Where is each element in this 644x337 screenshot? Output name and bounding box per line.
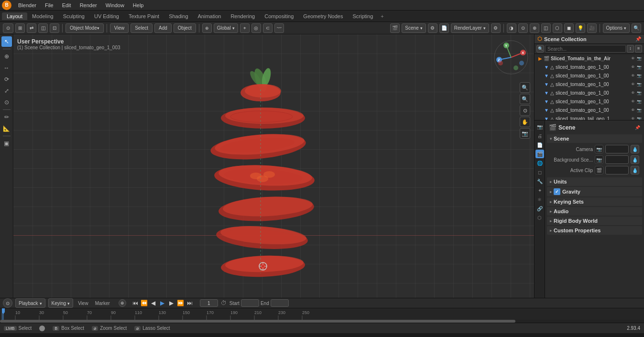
camera-eyedropper[interactable]: 💧	[631, 145, 639, 153]
timeline-ruler-area[interactable]: 10 30 50 70 90 110 130 150 170 190	[0, 308, 644, 320]
item-render-5[interactable]: 📷	[636, 108, 642, 112]
tool-measure[interactable]: 📐	[1, 123, 12, 134]
menu-item-render[interactable]: Render	[76, 1, 101, 9]
options-dropdown[interactable]: Options	[603, 23, 630, 33]
item-vis-0[interactable]: 👁	[631, 65, 635, 69]
zoom-in-btn[interactable]: 🔍	[520, 82, 530, 93]
outliner-scene-root[interactable]: ▶ 🎬 Sliced_Tomato_in_the_Air 👁 📷	[535, 54, 644, 63]
orbit-btn[interactable]: ⊙	[520, 105, 530, 116]
toolbar-icon-pivot[interactable]: ⊙	[3, 23, 13, 33]
viewport-mode-2[interactable]: ◼	[564, 23, 574, 33]
viewport-mode-4[interactable]: 🎥	[587, 23, 597, 33]
item-vis-3[interactable]: 👁	[631, 91, 635, 95]
scene-settings-icon[interactable]: ⚙	[428, 23, 437, 33]
item-render-4[interactable]: 📷	[636, 99, 642, 104]
props-tab-scene[interactable]: 🎬	[535, 150, 544, 158]
tab-layout[interactable]: Layout	[2, 12, 27, 20]
play-btn[interactable]: ▶	[158, 299, 167, 307]
props-section-custom-header[interactable]: Custom Properties	[547, 226, 642, 235]
select-menu[interactable]: Select	[131, 23, 153, 33]
tool-add-cube[interactable]: ▣	[1, 138, 12, 149]
item-vis-5[interactable]: 👁	[631, 108, 635, 112]
props-section-rigid-body-header[interactable]: Rigid Body World	[547, 217, 642, 225]
item-vis-7[interactable]: 👁	[631, 117, 635, 121]
item-render-2[interactable]: 📷	[636, 82, 642, 87]
outliner-pin-icon[interactable]: 📌	[635, 36, 641, 42]
props-section-units-header[interactable]: Units	[547, 177, 642, 186]
props-section-keying-header[interactable]: Keying Sets	[547, 197, 642, 206]
scene-browse-icon[interactable]: 🎬	[390, 23, 400, 33]
timeline-view-btn[interactable]: View	[76, 300, 90, 306]
viewport-mode-1[interactable]: ⬡	[553, 23, 562, 33]
outliner-filter-search[interactable]: 🔍	[536, 45, 544, 53]
object-menu[interactable]: Object	[174, 23, 196, 33]
tab-scripting[interactable]: Scripting	[348, 12, 378, 20]
view-menu[interactable]: View	[110, 23, 129, 33]
item-render-7[interactable]: 📷	[636, 117, 642, 121]
camera-browse-btn[interactable]: 📷	[595, 145, 603, 153]
camera-btn[interactable]: 📷	[520, 128, 530, 139]
jump-start-btn[interactable]: ⏮	[131, 299, 140, 307]
prev-frame-btn[interactable]: ◀	[149, 299, 158, 307]
tab-sculpting[interactable]: Sculpting	[58, 12, 89, 20]
props-section-scene-header[interactable]: Scene	[547, 134, 642, 143]
search-btn[interactable]: 🔍	[632, 23, 641, 33]
tool-transform[interactable]: ⊙	[1, 97, 12, 108]
outliner-item-1[interactable]: ▼ △ sliced_tomato_geo_1_00 👁 📷	[535, 71, 644, 80]
outliner-item-4[interactable]: ▼ △ sliced_tomato_geo_1_00 👁 📷	[535, 97, 644, 106]
sync-btn[interactable]: ⊕	[119, 299, 126, 307]
viewport-shading-btn[interactable]: ◑	[507, 23, 516, 33]
tool-select[interactable]: ↖	[1, 36, 12, 47]
outliner-item-5[interactable]: ▼ △ sliced_tomato_geo_1_00 👁 📷	[535, 106, 644, 114]
tool-rotate[interactable]: ⟳	[1, 74, 12, 85]
scene-render-btn[interactable]: 📷	[636, 56, 642, 61]
item-vis-2[interactable]: 👁	[631, 82, 635, 87]
outliner-item-0[interactable]: ▼ △ sliced_tomato_geo_1_00 👁 📷	[535, 63, 644, 71]
item-render-0[interactable]: 📷	[636, 65, 642, 69]
scene-dropdown[interactable]: Scene	[402, 23, 426, 33]
tab-shading[interactable]: Shading	[164, 12, 193, 20]
end-frame-input[interactable]: 250	[271, 299, 289, 307]
timeline-scrollbar[interactable]	[0, 320, 644, 323]
props-section-gravity-header[interactable]: ✓ Gravity	[547, 187, 642, 196]
menu-item-blender[interactable]: Blender	[14, 1, 40, 9]
render-layer-dropdown[interactable]: RenderLayer	[451, 23, 489, 33]
outliner-item-7[interactable]: ▼ △ sliced_tomato_tail_geo_1 👁 📷	[535, 114, 644, 120]
camera-value[interactable]	[605, 145, 629, 153]
render-layer-settings-icon[interactable]: ⚙	[491, 23, 501, 33]
proportional-icon[interactable]: ◎	[251, 23, 261, 33]
item-vis-1[interactable]: 👁	[631, 74, 635, 78]
tab-geometry-nodes[interactable]: Geometry Nodes	[298, 12, 348, 20]
tool-annotate[interactable]: ✏	[1, 112, 12, 122]
props-tab-render[interactable]: 📷	[535, 122, 544, 131]
viewport-mode-3[interactable]: 💡	[576, 23, 585, 33]
item-render-1[interactable]: 📷	[636, 74, 642, 78]
timeline-clock-icon[interactable]: ⏱	[221, 300, 227, 306]
props-tab-physics[interactable]: ⚛	[535, 195, 544, 204]
toolbar-icon-mode3[interactable]: ⊡	[50, 23, 59, 33]
tool-scale[interactable]: ⤢	[1, 86, 12, 96]
add-workspace-button[interactable]: +	[378, 12, 386, 20]
props-tab-object[interactable]: ◻	[535, 168, 544, 176]
tab-rendering[interactable]: Rendering	[226, 12, 260, 20]
next-frame-btn[interactable]: ▶	[167, 299, 176, 307]
transform-global-dropdown[interactable]: Global	[214, 23, 238, 33]
viewport-xray-btn[interactable]: ◫	[541, 23, 551, 33]
tab-modeling[interactable]: Modeling	[27, 12, 58, 20]
start-frame-input[interactable]: 1	[241, 299, 259, 307]
scene-visibility-btn[interactable]: 👁	[631, 56, 635, 61]
tool-move[interactable]: ↔	[1, 63, 12, 73]
next-keyframe-btn[interactable]: ⏩	[176, 299, 185, 307]
menu-item-edit[interactable]: Edit	[58, 1, 75, 9]
props-tab-constraints[interactable]: 🔗	[535, 204, 544, 213]
pan-btn[interactable]: ✋	[520, 117, 530, 127]
background-value[interactable]	[605, 155, 629, 164]
timeline-marker-btn[interactable]: Marker	[93, 300, 112, 306]
props-tab-view-layer[interactable]: 📄	[535, 141, 544, 149]
item-vis-4[interactable]: 👁	[631, 99, 635, 104]
props-tab-world[interactable]: 🌐	[535, 159, 544, 167]
toolbar-icon-transform[interactable]: ⇄	[27, 23, 36, 33]
add-menu[interactable]: Add	[154, 23, 172, 33]
menu-item-file[interactable]: File	[41, 1, 57, 9]
playback-dropdown[interactable]: Playback	[15, 298, 45, 308]
